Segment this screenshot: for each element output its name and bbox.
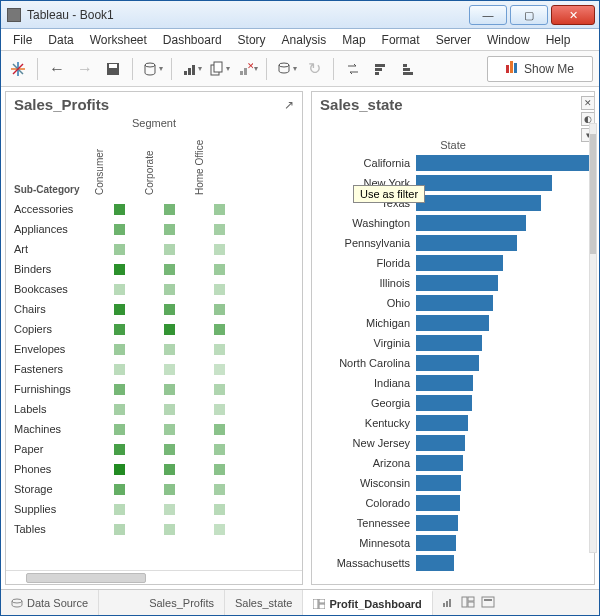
bar[interactable] [416, 215, 526, 231]
heat-cell[interactable] [94, 319, 144, 339]
bar-row[interactable]: Illinois [316, 273, 590, 293]
sort-asc-button[interactable] [370, 58, 392, 80]
duplicate-button[interactable]: ▾ [208, 58, 230, 80]
new-story-icon[interactable] [481, 596, 495, 610]
heat-cell[interactable] [194, 479, 244, 499]
menu-help[interactable]: Help [540, 31, 577, 49]
heat-cell[interactable] [144, 379, 194, 399]
sort-desc-button[interactable] [398, 58, 420, 80]
pane-sales-state[interactable]: ✕ ◐ ▾ Sales_state State CaliforniaNew Yo… [311, 91, 595, 585]
bar[interactable] [416, 375, 473, 391]
heat-cell[interactable] [144, 519, 194, 539]
heat-cell[interactable] [94, 479, 144, 499]
bar[interactable] [416, 155, 590, 171]
vertical-scrollbar[interactable] [589, 123, 597, 553]
show-me-button[interactable]: Show Me [487, 56, 593, 82]
heat-cell[interactable] [94, 419, 144, 439]
bar-row[interactable]: California [316, 153, 590, 173]
bar-chart[interactable]: CaliforniaNew YorkTexasWashingtonPennsyl… [312, 151, 594, 577]
bar-row[interactable]: Michigan [316, 313, 590, 333]
heat-cell[interactable] [94, 459, 144, 479]
heat-cell[interactable] [194, 199, 244, 219]
heat-cell[interactable] [144, 279, 194, 299]
horizontal-scrollbar[interactable] [6, 570, 302, 584]
heat-cell[interactable] [94, 219, 144, 239]
tab-data-source[interactable]: Data Source [1, 590, 99, 615]
bar[interactable] [416, 275, 498, 291]
heat-cell[interactable] [94, 199, 144, 219]
run-button[interactable]: ↻ [303, 58, 325, 80]
menu-data[interactable]: Data [42, 31, 79, 49]
go-to-sheet-icon[interactable]: ↗ [284, 98, 294, 112]
heat-cell[interactable] [144, 319, 194, 339]
heat-cell[interactable] [144, 239, 194, 259]
heat-cell[interactable] [94, 439, 144, 459]
bar-row[interactable]: Florida [316, 253, 590, 273]
bar-row[interactable]: North Carolina [316, 353, 590, 373]
heat-cell[interactable] [94, 339, 144, 359]
minimize-button[interactable]: — [469, 5, 507, 25]
heat-cell[interactable] [194, 239, 244, 259]
heat-cell[interactable] [144, 439, 194, 459]
close-button[interactable]: ✕ [551, 5, 595, 25]
tab-profit-dashboard[interactable]: Profit_Dashboard [303, 590, 432, 615]
bar[interactable] [416, 475, 461, 491]
heat-cell[interactable] [194, 399, 244, 419]
bar[interactable] [416, 255, 503, 271]
titlebar[interactable]: Tableau - Book1 — ▢ ✕ [1, 1, 599, 29]
heat-cell[interactable] [94, 499, 144, 519]
heat-cell[interactable] [94, 519, 144, 539]
tab-sales-profits[interactable]: Sales_Profits [139, 590, 225, 615]
bar[interactable] [416, 335, 482, 351]
heat-cell[interactable] [194, 259, 244, 279]
bar[interactable] [416, 455, 463, 471]
bar-row[interactable]: Minnesota [316, 533, 590, 553]
heat-cell[interactable] [94, 359, 144, 379]
heat-cell[interactable] [194, 299, 244, 319]
bar[interactable] [416, 175, 552, 191]
menu-file[interactable]: File [7, 31, 38, 49]
heat-cell[interactable] [94, 299, 144, 319]
bar[interactable] [416, 535, 456, 551]
maximize-button[interactable]: ▢ [510, 5, 548, 25]
bar-row[interactable]: Kentucky [316, 413, 590, 433]
heat-cell[interactable] [194, 279, 244, 299]
datasource-button[interactable]: ▾ [141, 58, 163, 80]
bar-row[interactable]: Indiana [316, 373, 590, 393]
autoupdate-button[interactable]: ▾ [275, 58, 297, 80]
bar-row[interactable]: Arizona [316, 453, 590, 473]
heat-cell[interactable] [194, 459, 244, 479]
bar[interactable] [416, 195, 541, 211]
menu-format[interactable]: Format [376, 31, 426, 49]
bar[interactable] [416, 395, 472, 411]
tab-sales-state[interactable]: Sales_state [225, 590, 303, 615]
bar-row[interactable]: Washington [316, 213, 590, 233]
menu-window[interactable]: Window [481, 31, 536, 49]
bar[interactable] [416, 235, 517, 251]
menu-server[interactable]: Server [430, 31, 477, 49]
bar-row[interactable]: Wisconsin [316, 473, 590, 493]
swap-button[interactable] [342, 58, 364, 80]
heat-cell[interactable] [144, 359, 194, 379]
heatmap-grid[interactable]: Sub-CategoryConsumerCorporateHome Office… [6, 129, 302, 543]
menu-dashboard[interactable]: Dashboard [157, 31, 228, 49]
heat-cell[interactable] [94, 379, 144, 399]
heat-cell[interactable] [144, 299, 194, 319]
bar-row[interactable]: Pennsylvania [316, 233, 590, 253]
bar[interactable] [416, 515, 458, 531]
back-button[interactable]: ← [46, 58, 68, 80]
new-worksheet-icon[interactable] [441, 596, 455, 610]
heat-cell[interactable] [144, 199, 194, 219]
menu-worksheet[interactable]: Worksheet [84, 31, 153, 49]
heat-cell[interactable] [94, 279, 144, 299]
remove-pane-button[interactable]: ✕ [581, 96, 595, 110]
logo-icon[interactable] [7, 58, 29, 80]
heat-cell[interactable] [194, 499, 244, 519]
heat-cell[interactable] [194, 339, 244, 359]
heat-cell[interactable] [194, 359, 244, 379]
bar-row[interactable]: Colorado [316, 493, 590, 513]
new-dashboard-icon[interactable] [461, 596, 475, 610]
bar[interactable] [416, 315, 489, 331]
bar-row[interactable]: Georgia [316, 393, 590, 413]
bar[interactable] [416, 495, 459, 511]
